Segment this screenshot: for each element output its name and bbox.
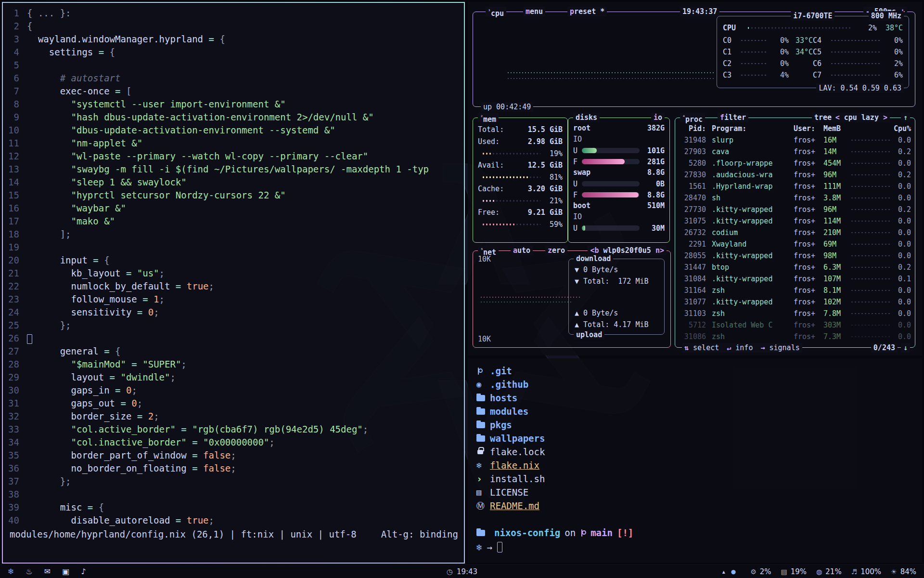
code-line[interactable]: 1{ ... }: [6,7,464,20]
code-line[interactable]: 36 no_border_on_floating = false; [6,462,464,475]
code-line[interactable]: 6 # autostart [6,72,464,85]
code-line[interactable]: 29 layout = "dwindle"; [6,371,464,384]
disk-module[interactable]: ◍21% [816,567,842,576]
code-line[interactable]: 28 "$mainMod" = "SUPER"; [6,358,464,371]
terminal-window[interactable]: .git◉.githubhostsmodulespkgswallpapersfl… [468,358,922,563]
code-line[interactable]: 34 "col.inactive_border" = "0x00000000"; [6,436,464,449]
code-line[interactable]: 30 gaps_in = 0; [6,384,464,397]
code-line[interactable]: 32 border_size = 2; [6,410,464,423]
code-line[interactable]: 25 }; [6,319,464,332]
editor-window[interactable]: 1{ ... }:2{3 wayland.windowManager.hyprl… [2,2,465,564]
menu-button[interactable]: menu [523,7,545,16]
code-line[interactable]: 35 border_part_of_window = false; [6,449,464,462]
proc-footer-select[interactable]: ⇅ select [684,343,719,353]
code-line[interactable]: 8 "systemctl --user import-environment &… [6,98,464,111]
proc-scroll-down-icon[interactable]: ↓ [901,343,910,353]
code-line[interactable]: 11 "nm-applet &" [6,137,464,150]
volume-module[interactable]: ♬100% [851,567,881,576]
code-line[interactable]: 37 }; [6,475,464,488]
code-line[interactable]: 5 [6,59,464,72]
code-line[interactable]: 22 numlock_by_default = true; [6,280,464,293]
process-row[interactable]: 31084.kitty-wrappedfros+107M0.1 [679,273,911,285]
shell-input-line[interactable]: ❄ → [476,540,913,554]
process-row[interactable]: 27903cavafros+14M0.2 [679,146,911,158]
line-number: 6 [6,72,27,85]
line-number: 21 [6,267,27,280]
process-row[interactable]: 27830.audacious-wrafros+96M0.2 [679,169,911,181]
process-row[interactable]: 5280.floorp-wrappefros+454M0.0 [679,158,911,169]
code-line[interactable]: 10 "dbus-update-activation-environment -… [6,124,464,137]
brightness-module[interactable]: ☀84% [891,567,916,576]
sort-left-arrow[interactable]: < [835,113,840,122]
sort-column-control[interactable]: < cpu lazy > [833,113,890,122]
code-line[interactable]: 31 gaps_out = 0; [6,397,464,410]
prompt-arrow-icon: → [487,542,492,552]
process-row[interactable]: 31086zshfros+7.3M0.0 [679,331,911,342]
launcher-screenshot-icon[interactable]: ▣ [62,567,69,576]
process-row[interactable]: 31948slurpfros+16M0.0 [679,134,911,146]
process-row[interactable]: 5712Isolated Web Cfros+303M0.0 [679,319,911,331]
code-line[interactable]: 19 [6,241,464,254]
code-line[interactable]: 33 "col.active_border" = "rgb(cba6f7) rg… [6,423,464,436]
net-upload-graph [480,301,571,303]
code-line[interactable]: 13 "swaybg -m fill -i $(find ~/Pictures/… [6,163,464,176]
code-line[interactable]: 15 "hyprctl setcursor Nordzy-cursors 22 … [6,189,464,202]
process-row[interactable]: 28055.kitty-wrappedfros+98M0.0 [679,250,911,262]
clock-module[interactable]: ◷ 19:43 [447,567,477,576]
process-row[interactable]: 28470shfros+3.8M0.0 [679,192,911,204]
process-row[interactable]: 31077.kitty-wrappedfros+102M0.0 [679,296,911,308]
cpu-core-row: C20% [723,58,813,69]
process-row[interactable]: 31447btopfros+6.3M0.2 [679,262,911,273]
launcher-chat-icon[interactable]: ✉ [44,567,51,576]
mem-stats: Total:15.5 GiBUsed:2.98 GiB19%Avail:12.5… [473,118,567,230]
code-line[interactable]: 20 input = { [6,254,464,267]
process-row[interactable]: 31164zshfros+8.1M0.0 [679,285,911,296]
net-auto-button[interactable]: auto [511,246,533,255]
sort-right-arrow[interactable]: > [883,113,887,122]
launcher-flame-icon[interactable]: ♨ [26,567,32,576]
code-line[interactable]: 27 general = { [6,345,464,358]
code-line[interactable]: 3 wayland.windowManager.hyprland = { [6,33,464,46]
code-line[interactable]: 9 "hash dbus-update-activation-environme… [6,111,464,124]
code-line[interactable]: 17 "mako &" [6,215,464,228]
code-line[interactable]: 40 disable_autoreload = true; [6,514,464,527]
process-row[interactable]: 26732codiumfros+210M0.0 [679,227,911,238]
btop-window[interactable]: ¹cpu menu preset * 19:43:37 - 500ms + i7… [468,2,922,355]
code-line[interactable]: 26 [6,332,464,345]
disk-usage-row: F8.8G [573,189,665,200]
process-row[interactable]: 27730.kitty-wrappedfros+96M0.2 [679,204,911,215]
process-row[interactable]: 31075.kitty-wrappedfros+114M0.0 [679,215,911,227]
nixos-menu-button[interactable]: ❄ [8,567,14,576]
code-line[interactable]: 38 [6,488,464,501]
code-line[interactable]: 18 ]; [6,228,464,241]
tree-toggle-button[interactable]: tree [812,113,834,122]
code-line[interactable]: 4 settings = { [6,46,464,59]
memory-module[interactable]: ▤19% [781,567,807,576]
code-line[interactable]: 14 "sleep 1 && swaylock" [6,176,464,189]
code-line[interactable]: 7 exec-once = [ [6,85,464,98]
tray-arrow-icon[interactable]: ▴ [722,568,725,575]
code-line[interactable]: 16 "waybar &" [6,202,464,215]
code-line[interactable]: 39 misc = { [6,501,464,514]
launcher-music-icon[interactable]: ♪ [81,567,86,576]
proc-footer-signals[interactable]: → signals [760,343,799,353]
io-toggle-button[interactable]: io [651,113,665,122]
process-row[interactable]: 2291Xwaylandfros+69M0.0 [679,238,911,250]
cpu-module[interactable]: ⚙2% [750,567,771,576]
line-number: 10 [6,124,27,137]
code-line[interactable]: 21 kb_layout = "us"; [6,267,464,280]
code-line[interactable]: 23 follow_mouse = 1; [6,293,464,306]
process-table-header[interactable]: Pid: Program: User: MemB Cpu% [679,123,911,134]
code-line[interactable]: 12 "wl-paste --primary --watch wl-copy -… [6,150,464,163]
filter-button[interactable]: filter [718,113,748,122]
tray-network-icon[interactable]: ● [731,568,736,575]
code-area[interactable]: 1{ ... }:2{3 wayland.windowManager.hyprl… [6,7,464,527]
code-line[interactable]: 2{ [6,20,464,33]
preset-button[interactable]: preset * [567,7,607,16]
net-zero-button[interactable]: zero [545,246,567,255]
process-row[interactable]: 1561.Hyprland-wrapfros+111M0.0 [679,181,911,192]
code-line[interactable]: 24 sensitivity = 0; [6,306,464,319]
proc-scroll-up-icon[interactable]: ↑ [901,113,910,122]
process-row[interactable]: 31103zshfros+7.8M0.0 [679,308,911,319]
proc-footer-info[interactable]: ↵ info [727,343,753,353]
